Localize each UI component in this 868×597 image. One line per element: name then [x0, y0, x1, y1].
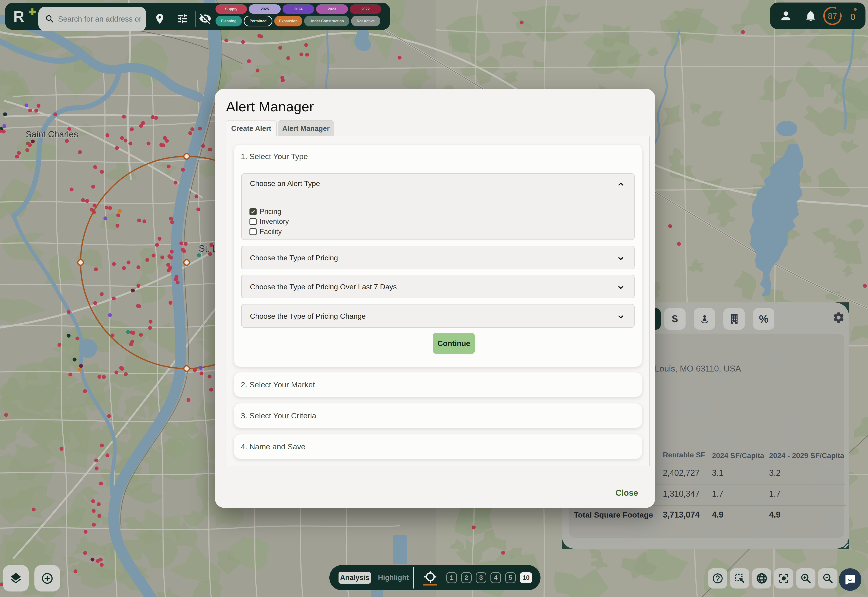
pricing-type-accordion[interactable]: Choose the Type of Pricing: [241, 246, 635, 269]
notifications-bell-icon[interactable]: [804, 9, 818, 23]
step4-card[interactable]: 4. Name and Save: [234, 434, 642, 459]
chevron-down-icon[interactable]: [616, 283, 625, 292]
step1-heading: 1. Select Your Type: [241, 152, 308, 161]
accordion-label: Choose the Type of Pricing Over Last 7 D…: [250, 283, 397, 291]
visibility-off-icon[interactable]: [198, 12, 212, 26]
person-icon[interactable]: [779, 9, 793, 23]
filter-chip-permitted[interactable]: Permitted: [244, 16, 273, 27]
filter-chip-under-construction[interactable]: Under Construction: [304, 16, 349, 27]
notification-count[interactable]: 0: [847, 8, 859, 22]
pricing-change-accordion[interactable]: Choose the Type of Pricing Change: [241, 304, 635, 328]
analysis-toolbar: Analysis Highlight 1234510: [329, 565, 541, 590]
checkbox-label: Pricing: [259, 208, 281, 216]
step2-card[interactable]: 2. Select Your Market: [234, 373, 642, 397]
zoom-in-button[interactable]: [796, 568, 815, 588]
pricing-7days-accordion[interactable]: Choose the Type of Pricing Over Last 7 D…: [241, 275, 635, 298]
mode-highlight[interactable]: Highlight: [378, 572, 409, 584]
option-inventory[interactable]: Inventory: [249, 217, 289, 226]
dialog-title: Alert Manager: [226, 99, 314, 114]
col-header-2024-sf-capita: 2024 SF/Capita: [712, 451, 764, 460]
accordion-label: Choose the Type of Pricing: [250, 254, 338, 262]
checkbox-icon[interactable]: [249, 228, 256, 235]
radius-plus-logo[interactable]: R: [13, 8, 39, 28]
toolbar-divider: [413, 567, 414, 588]
dollar-icon[interactable]: $: [664, 308, 686, 330]
zoom-level-10[interactable]: 10: [520, 572, 532, 583]
logo-plus-icon: [28, 8, 36, 16]
close-button[interactable]: Close: [613, 488, 638, 498]
chevron-down-icon[interactable]: [616, 254, 625, 263]
gear-icon[interactable]: [832, 311, 845, 325]
alert-manager-dialog: Alert Manager Create Alert Alert Manager…: [215, 89, 655, 508]
tune-filters-icon[interactable]: [176, 12, 190, 26]
chevron-down-icon[interactable]: [616, 312, 625, 321]
checkbox-checked-icon[interactable]: [249, 208, 256, 215]
zoom-out-button[interactable]: [818, 568, 837, 588]
svg-text:87: 87: [828, 12, 837, 21]
step2-heading: 2. Select Your Market: [241, 380, 315, 389]
mode-analysis[interactable]: Analysis: [339, 572, 371, 584]
checkbox-icon[interactable]: [249, 218, 256, 225]
table-cell: 3.2: [769, 468, 781, 478]
person-pin-icon[interactable]: [694, 308, 715, 330]
facility-address: Louis, MO 63110, USA: [655, 364, 741, 374]
marquee-select-button[interactable]: [730, 568, 750, 588]
table-cell: 1.7: [712, 489, 723, 499]
building-icon[interactable]: [723, 308, 745, 330]
filter-chip-2022[interactable]: 2022: [350, 4, 381, 14]
option-pricing[interactable]: Pricing: [249, 208, 281, 216]
checkbox-label: Facility: [259, 227, 281, 236]
filter-chip-supply[interactable]: Supply: [216, 4, 247, 14]
filter-chip-expansion[interactable]: Expansion: [274, 16, 302, 27]
table-cell: 1.7: [769, 489, 781, 499]
zoom-level-3[interactable]: 3: [476, 572, 486, 583]
percent-icon[interactable]: %: [753, 308, 775, 330]
help-icon: [712, 572, 724, 584]
create-alert-tab-panel: 1. Select Your Type Choose an Alert Type…: [226, 136, 650, 466]
filter-chip-planning[interactable]: Planning: [216, 16, 242, 27]
center-focus-button[interactable]: [774, 568, 793, 588]
chat-button[interactable]: [839, 568, 861, 591]
crosshair-icon[interactable]: [423, 569, 438, 584]
step1-card: 1. Select Your Type Choose an Alert Type…: [234, 145, 642, 367]
continue-button[interactable]: Continue: [433, 333, 475, 354]
zoom-level-1[interactable]: 1: [446, 572, 457, 583]
marquee-select-icon: [734, 572, 746, 584]
accordion-label: Choose the Type of Pricing Change: [250, 312, 366, 321]
checkbox-label: Inventory: [259, 217, 289, 226]
filter-chip-not-active[interactable]: Not Active: [351, 16, 380, 27]
zoom-in-icon: [800, 572, 812, 584]
toolbar-divider: [195, 11, 196, 27]
table-cell-total: 3,713,074: [663, 510, 699, 520]
globe-button[interactable]: [752, 568, 772, 588]
filter-chip-2023[interactable]: 2023: [316, 4, 348, 14]
table-cell-total: 4.9: [712, 510, 723, 520]
filter-chips: Supply2025202420232022 PlanningPermitted…: [216, 4, 390, 28]
layers-button[interactable]: [3, 565, 29, 591]
radius-tool-accent: [423, 584, 437, 585]
help-button[interactable]: [708, 568, 727, 588]
location-pin-icon[interactable]: [153, 12, 167, 26]
col-header-rentable-sf: Rentable SF: [663, 451, 705, 459]
search-box[interactable]: [39, 7, 146, 31]
filter-chip-2024[interactable]: 2024: [283, 4, 314, 14]
alert-type-accordion[interactable]: Choose an Alert Type Pricing Inventory F…: [241, 173, 635, 240]
app-root: Saint CharlesSt. L R Supply2025202420232…: [0, 0, 868, 597]
globe-icon: [755, 572, 768, 585]
zoom-level-4[interactable]: 4: [490, 572, 501, 583]
zoom-level-2[interactable]: 2: [461, 572, 472, 583]
zoom-level-5[interactable]: 5: [505, 572, 516, 583]
add-circle-button[interactable]: [34, 565, 60, 591]
search-input[interactable]: [58, 15, 145, 24]
top-search-bar: R Supply2025202420232022 PlanningPermitt…: [5, 3, 390, 30]
chevron-up-icon[interactable]: [616, 180, 625, 189]
notification-dot-icon: [854, 8, 857, 11]
tab-create-alert[interactable]: Create Alert: [226, 120, 277, 137]
credits-ring[interactable]: 87: [822, 6, 843, 26]
option-facility[interactable]: Facility: [249, 227, 281, 236]
tab-alert-manager[interactable]: Alert Manager: [278, 120, 334, 137]
table-cell: 1,310,347: [663, 489, 699, 499]
step3-card[interactable]: 3. Select Your Criteria: [234, 404, 642, 428]
alert-type-accordion-label: Choose an Alert Type: [250, 179, 320, 188]
filter-chip-2025[interactable]: 2025: [249, 4, 281, 14]
